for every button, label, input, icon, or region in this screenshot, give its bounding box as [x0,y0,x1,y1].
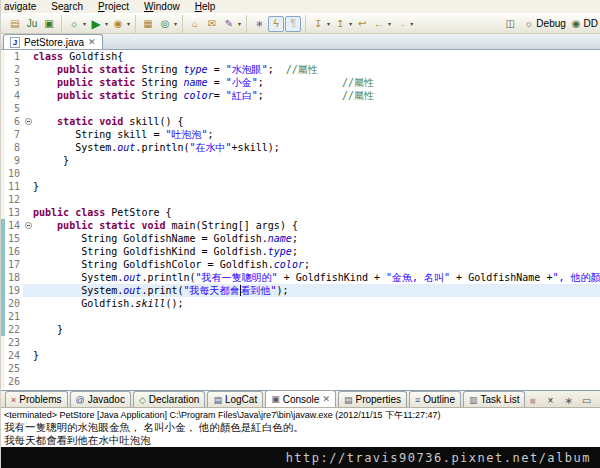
junit-icon[interactable]: Ju [24,16,40,32]
code-line-8[interactable]: 8 System.out.println("在水中"+skill); [1,141,600,154]
new-project-icon[interactable]: ▣ [41,16,57,32]
code-text[interactable]: } [33,323,600,336]
tab-outline[interactable]: ≡Outline [409,391,461,407]
line-number[interactable]: 18 [5,271,23,284]
code-line-7[interactable]: 7 String skill = "吐泡泡"; [1,128,600,141]
code-text[interactable]: public static String type = "水泡眼"; //屬性 [33,63,600,76]
tab-close-icon[interactable]: ✕ [88,37,96,47]
dropdown-arrow-icon[interactable]: ▾ [388,20,391,27]
code-editor[interactable]: 1class Goldfish{2 public static String t… [1,50,600,390]
line-number[interactable]: 1 [5,50,23,63]
dropdown-arrow-icon[interactable]: ▾ [327,20,330,27]
code-line-13[interactable]: 13public class PetStore { [1,206,600,219]
code-text[interactable] [33,362,600,375]
tab-javadoc[interactable]: @Javadoc [70,391,131,407]
mark-occurrences-icon[interactable]: ϟ [268,16,284,32]
line-number[interactable]: 21 [5,310,23,323]
dropdown-arrow-icon[interactable]: ▾ [238,20,241,27]
code-line-26[interactable]: 26 [1,375,600,388]
code-text[interactable]: String GoldfishName = Goldfish.name; [33,232,600,245]
prev-annotation-icon[interactable]: ↥ [332,16,348,32]
code-text[interactable]: public class PetStore { [33,206,600,219]
line-number[interactable]: 22 [5,323,23,336]
tab-problems[interactable]: ×Problems [5,391,68,407]
code-line-17[interactable]: 17 String GoldfishColor = Goldfish.color… [1,258,600,271]
line-number[interactable]: 11 [5,180,23,193]
code-text[interactable]: String GoldfishColor = Goldfish.color; [33,258,600,271]
code-line-4[interactable]: 4 public static String color= "紅白"; //屬性 [1,89,600,102]
line-number[interactable]: 13 [5,206,23,219]
forward-icon[interactable]: → [393,16,409,32]
open-perspective-icon[interactable]: ◫ [502,16,518,32]
code-text[interactable] [33,375,600,388]
dropdown-arrow-icon[interactable]: ▾ [83,20,86,27]
next-annotation-icon[interactable]: ↧ [310,16,326,32]
code-line-24[interactable]: 24} [1,349,600,362]
line-number[interactable]: 3 [5,76,23,89]
code-line-9[interactable]: 9 } [1,154,600,167]
line-number[interactable]: 6 [5,115,23,128]
line-number[interactable]: 20 [5,297,23,310]
open-resource-icon[interactable]: ✉ [204,16,220,32]
code-line-5[interactable]: 5 [1,102,600,115]
line-number[interactable]: 17 [5,258,23,271]
tab-declaration[interactable]: ◇Declaration [133,391,206,407]
fold-collapse-icon[interactable] [23,115,33,128]
dropdown-arrow-icon[interactable]: ▾ [105,20,108,27]
clear-console-icon[interactable]: ▭ [579,395,593,406]
code-text[interactable]: String skill = "吐泡泡"; [33,128,600,141]
debug-perspective-button[interactable]: ☼Debug [524,18,566,29]
code-line-10[interactable]: 10 [1,167,600,180]
line-number[interactable]: 19 [5,284,23,297]
code-line-18[interactable]: 18 System.out.println("我有一隻聰明的" + Goldfi… [1,271,600,284]
line-number[interactable]: 15 [5,232,23,245]
remove-all-launches-icon[interactable]: ∗ [561,395,575,406]
dropdown-arrow-icon[interactable]: ▾ [410,20,413,27]
external-tools-icon[interactable]: ◉ [110,16,126,32]
menu-window[interactable]: Window [144,1,180,12]
code-line-14[interactable]: 14 public static void main(String[] args… [1,219,600,232]
tab-properties[interactable]: ▤Properties [338,391,407,407]
code-text[interactable]: public static String color= "紅白"; //屬性 [33,89,600,102]
code-line-15[interactable]: 15 String GoldfishName = Goldfish.name; [1,232,600,245]
code-text[interactable]: public static String name = "小金"; //屬性 [33,76,600,89]
search-toolbar-icon[interactable]: ✎ [221,16,237,32]
code-line-20[interactable]: 20 Goldfish.skill(); [1,297,600,310]
line-number[interactable]: 12 [5,193,23,206]
code-line-1[interactable]: 1class Goldfish{ [1,50,600,63]
last-edit-location-icon[interactable]: ↩ [354,16,370,32]
code-text[interactable] [33,336,600,349]
line-number[interactable]: 5 [5,102,23,115]
editor-tab-petstore[interactable]: J PetStore.java ✕ [3,34,103,49]
code-text[interactable]: System.out.print("我每天都會看到他"); [33,284,600,297]
code-line-16[interactable]: 16 String GoldfishKind = Goldfish.type; [1,245,600,258]
new-java-class-icon[interactable]: ◎ [157,16,173,32]
line-number[interactable]: 7 [5,128,23,141]
line-number[interactable]: 9 [5,154,23,167]
menu-help[interactable]: Help [195,1,216,12]
code-line-12[interactable]: 12 [1,193,600,206]
code-text[interactable] [33,193,600,206]
code-text[interactable] [33,167,600,180]
line-number[interactable]: 10 [5,167,23,180]
code-text[interactable] [33,102,600,115]
code-line-19[interactable]: 19 System.out.print("我每天都會看到他"); [1,284,600,297]
dropdown-arrow-icon[interactable]: ▾ [349,20,352,27]
terminate-icon[interactable]: ■ [525,395,539,406]
code-line-3[interactable]: 3 public static String name = "小金"; //屬性 [1,76,600,89]
line-number[interactable]: 16 [5,245,23,258]
dropdown-arrow-icon[interactable]: ▾ [127,20,130,27]
code-text[interactable]: public static void main(String[] args) { [33,219,600,232]
code-text[interactable]: class Goldfish{ [33,50,600,63]
code-text[interactable] [33,310,600,323]
line-number[interactable]: 8 [5,141,23,154]
tab-close-icon[interactable]: ✕ [322,394,330,404]
externalize-strings-icon[interactable]: ∗ [251,16,267,32]
line-number[interactable]: 2 [5,63,23,76]
fold-collapse-icon[interactable] [23,219,33,232]
line-number[interactable]: 14 [5,219,23,232]
code-text[interactable]: String GoldfishKind = Goldfish.type; [33,245,600,258]
tab-tasklist[interactable]: ▥Task List [463,391,525,407]
line-number[interactable]: 23 [5,336,23,349]
code-text[interactable]: } [33,349,600,362]
